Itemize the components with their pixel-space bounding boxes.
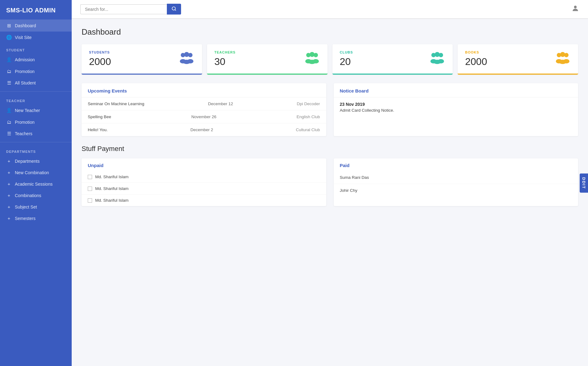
svg-point-8 — [183, 60, 190, 64]
search-form — [80, 4, 181, 15]
sidebar-item-student-promotion[interactable]: 🗂 Promotion — [0, 66, 72, 77]
sidebar-item-departments[interactable]: + Departments — [0, 155, 72, 167]
svg-line-1 — [175, 10, 176, 11]
sidebar-item-label: Combinations — [15, 193, 41, 198]
upcoming-events-title: Upcoming Events — [82, 83, 326, 97]
section-label-departments: DEPARTMENTS — [0, 145, 72, 155]
sidebar-item-teachers[interactable]: ☰ Teachers — [0, 128, 72, 140]
stat-card-left-teachers: TEACHERS 30 — [214, 50, 236, 67]
section-label-teacher: TEACHER — [0, 94, 72, 105]
teachers-list-icon: ☰ — [6, 131, 12, 136]
sidebar-item-label: Academic Sessions — [15, 182, 53, 187]
sidebar-item-label: Semesters — [15, 216, 36, 221]
sidebar-item-admission[interactable]: 👤 Admission — [0, 54, 72, 66]
unpaid-panel: Unpaid Md. Shariful Islam Md. Shariful I… — [82, 158, 326, 206]
stat-card-students: STUDENTS 2000 — [82, 44, 202, 75]
sidebar-item-new-teacher[interactable]: 👤 New Teacher — [0, 105, 72, 116]
paid-panel: Paid Suma Rani Das Johir Chy — [334, 158, 578, 206]
stat-card-teachers: TEACHERS 30 — [207, 44, 328, 75]
svg-point-17 — [435, 52, 440, 57]
sidebar-item-label: Teachers — [15, 131, 32, 136]
briefcase-icon: 🗂 — [6, 69, 12, 74]
students-icon — [179, 51, 195, 67]
unpaid-row-1: Md. Shariful Islam — [82, 171, 326, 183]
search-button[interactable] — [167, 4, 181, 15]
sidebar-item-dashboard[interactable]: ⊞ Dashboard — [0, 20, 72, 32]
content-area: Dashboard STUDENTS 2000 — [72, 19, 588, 366]
event-row-3: Hello! You. December 2 Cultural Club — [82, 123, 326, 136]
sidebar-item-all-student[interactable]: ☰ All Student — [0, 77, 72, 89]
stat-card-left-clubs: CLUBS 20 — [340, 50, 353, 67]
stat-label-books: BOOKS — [465, 50, 487, 54]
sidebar-item-subject-set[interactable]: + Subject Set — [0, 201, 72, 213]
sidebar-item-label: New Combination — [15, 170, 49, 175]
user-avatar-icon[interactable] — [571, 4, 579, 14]
event-location-3: Cultural Club — [296, 127, 320, 132]
ddit-badge[interactable]: DDIT — [580, 173, 588, 192]
svg-point-14 — [308, 60, 316, 64]
stats-row: STUDENTS 2000 TEACHERS — [82, 44, 578, 75]
globe-icon: 🌐 — [6, 35, 12, 40]
sidebar-item-semesters[interactable]: + Semesters — [0, 213, 72, 224]
stat-value-books: 2000 — [465, 56, 487, 67]
event-row-1: Seminar On Machine Learning December 12 … — [82, 97, 326, 110]
section-label-student: STUDENT — [0, 43, 72, 54]
page-title: Dashboard — [82, 27, 578, 37]
event-name-1: Seminar On Machine Learning — [88, 101, 144, 106]
plus2-icon: + — [6, 170, 12, 175]
sidebar-item-label: Promotion — [15, 120, 35, 125]
person-add-icon: 👤 — [6, 108, 12, 113]
dashboard-icon: ⊞ — [6, 23, 12, 28]
stat-value-clubs: 20 — [340, 56, 353, 67]
stat-card-left-books: BOOKS 2000 — [465, 50, 487, 67]
notice-board-panel: Notice Board 23 Nov 2019 Admit Card Coll… — [334, 83, 578, 136]
main-area: Dashboard STUDENTS 2000 — [72, 0, 588, 366]
unpaid-name-2: Md. Shariful Islam — [95, 186, 129, 191]
stat-label-teachers: TEACHERS — [214, 50, 236, 54]
sidebar-item-label: Visit Site — [15, 35, 32, 40]
stat-label-students: STUDENTS — [89, 50, 111, 54]
person-icon: 👤 — [6, 57, 12, 62]
stat-label-clubs: CLUBS — [340, 50, 353, 54]
unpaid-name-3: Md. Shariful Islam — [95, 198, 129, 203]
event-row-2: Spelling Bee November 26 English Club — [82, 110, 326, 123]
unpaid-checkbox-2[interactable] — [88, 187, 92, 191]
unpaid-row-2: Md. Shariful Islam — [82, 183, 326, 195]
svg-point-2 — [574, 6, 577, 8]
stat-card-left-students: STUDENTS 2000 — [89, 50, 111, 67]
sidebar: SMS-LIO ADMIN ⊞ Dashboard 🌐 Visit Site S… — [0, 0, 72, 366]
list-icon: ☰ — [6, 80, 12, 86]
paid-row-1: Suma Rani Das — [334, 171, 578, 184]
sidebar-item-new-combination[interactable]: + New Combination — [0, 167, 72, 178]
svg-point-5 — [184, 52, 189, 57]
sidebar-item-teacher-promotion[interactable]: 🗂 Promotion — [0, 116, 72, 128]
sidebar-item-combinations[interactable]: + Combinations — [0, 190, 72, 201]
paid-header: Paid — [334, 158, 578, 171]
unpaid-header: Unpaid — [82, 158, 326, 171]
event-date-2: November 26 — [191, 114, 216, 119]
event-date-1: December 12 — [208, 101, 233, 106]
sidebar-item-label: Admission — [15, 57, 35, 62]
app-logo: SMS-LIO ADMIN — [0, 0, 72, 20]
plus5-icon: + — [6, 204, 12, 209]
svg-point-20 — [434, 60, 441, 64]
sidebar-item-label: Dashboard — [15, 23, 36, 28]
stuff-payment-title: Stuff Payment — [82, 145, 578, 153]
sidebar-item-label: All Student — [15, 80, 36, 85]
event-location-2: English Club — [297, 114, 320, 119]
unpaid-checkbox-1[interactable] — [88, 175, 92, 179]
svg-point-23 — [560, 52, 565, 57]
unpaid-name-1: Md. Shariful Islam — [95, 174, 129, 179]
event-location-1: Dpi Decoder — [297, 101, 320, 106]
sidebar-item-visit-site[interactable]: 🌐 Visit Site — [0, 32, 72, 43]
clubs-icon — [429, 51, 445, 67]
header — [72, 0, 588, 19]
unpaid-checkbox-3[interactable] — [88, 198, 92, 203]
search-input[interactable] — [80, 4, 167, 14]
events-notice-row: Upcoming Events Seminar On Machine Learn… — [82, 83, 578, 136]
sidebar-item-label: Subject Set — [15, 205, 37, 209]
svg-point-26 — [559, 60, 566, 64]
sidebar-item-academic-sessions[interactable]: + Academic Sessions — [0, 178, 72, 190]
paid-row-2: Johir Chy — [334, 184, 578, 197]
event-name-3: Hello! You. — [88, 127, 108, 132]
